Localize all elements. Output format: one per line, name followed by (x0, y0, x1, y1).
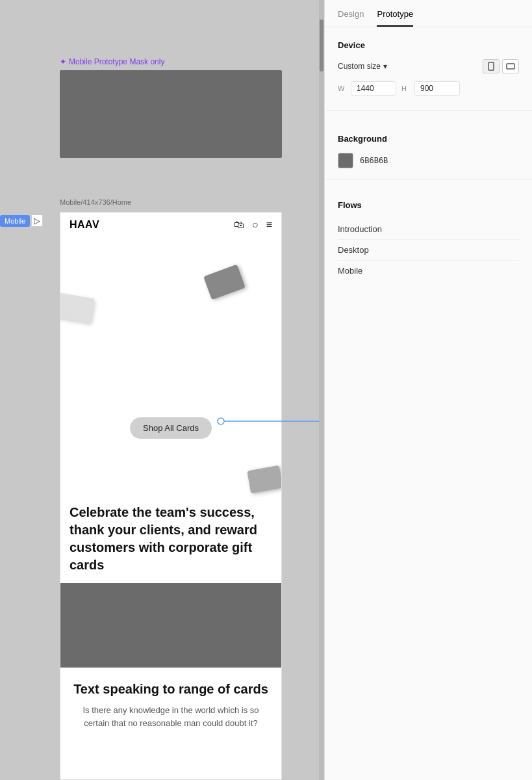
bottom-heading: Text speaking to range of cards (70, 681, 272, 697)
cursor-icon: ▷ (31, 214, 43, 227)
custom-size-label: Custom size (338, 62, 381, 71)
svg-rect-1 (488, 62, 494, 70)
device-row: Custom size ▾ (338, 59, 519, 73)
hero-text-section: Celebrate the team's success, thank your… (60, 497, 281, 583)
menu-icon[interactable]: ≡ (266, 219, 272, 231)
top-frame (60, 70, 282, 158)
search-icon[interactable]: ○ (252, 219, 259, 231)
device-size-select[interactable]: Custom size ▾ (338, 62, 387, 71)
bg-color-swatch[interactable] (338, 153, 353, 168)
bottom-image (60, 583, 281, 668)
hero-card-1 (203, 265, 246, 300)
shop-all-cards-button[interactable]: Shop All Cards (130, 417, 212, 439)
prototype-mask-label: ✦ Mobile Prototype Mask only (60, 57, 164, 66)
tab-prototype[interactable]: Prototype (377, 9, 413, 27)
dimensions-row: W H (338, 81, 519, 96)
bg-hex-value: 6B6B6B (360, 156, 388, 165)
flows-section: Flows Introduction Desktop Mobile (325, 190, 532, 281)
scrollbar-thumb[interactable] (320, 20, 323, 72)
navbar-brand: HAAV (70, 219, 99, 231)
width-input[interactable] (351, 81, 396, 96)
hero-card-2 (60, 293, 95, 324)
frame-label: Mobile/414x736/Home (60, 198, 131, 206)
flow-item-introduction[interactable]: Introduction (338, 219, 519, 240)
portrait-orientation-button[interactable] (483, 59, 500, 73)
bottom-body-text: Is there any knowledge in the world whic… (70, 704, 272, 729)
tab-design[interactable]: Design (338, 9, 364, 27)
bottom-text-section: Text speaking to range of cards Is there… (60, 668, 281, 736)
flow-item-desktop[interactable]: Desktop (338, 240, 519, 261)
device-section: Device Custom size ▾ W H (325, 27, 532, 99)
scrollbar[interactable] (319, 0, 324, 780)
divider-1 (325, 110, 532, 110)
bg-row: 6B6B6B (338, 153, 519, 168)
navbar: HAAV 🛍 ○ ≡ (60, 213, 281, 237)
device-title: Device (338, 40, 519, 50)
svg-rect-2 (507, 64, 514, 69)
flows-title: Flows (338, 200, 519, 210)
hero-section: Shop All Cards (60, 237, 281, 497)
navbar-icons: 🛍 ○ ≡ (234, 219, 272, 231)
mobile-badge-wrap: Mobile ▷ (0, 214, 43, 227)
hero-heading: Celebrate the team's success, thank your… (70, 504, 272, 574)
hero-card-3 (247, 465, 281, 493)
canvas-area: ✦ Mobile Prototype Mask only Mobile/414x… (0, 0, 324, 780)
mobile-badge[interactable]: Mobile (0, 215, 30, 227)
diamond-icon: ✦ (60, 57, 66, 66)
height-label: H (401, 84, 409, 92)
background-title: Background (338, 134, 519, 144)
height-input[interactable] (414, 81, 460, 96)
shop-btn-wrap: Shop All Cards (130, 417, 212, 439)
background-section: Background 6B6B6B (325, 121, 532, 168)
right-panel: Design Prototype Device Custom size ▾ W … (324, 0, 532, 780)
divider-2 (325, 179, 532, 179)
bag-icon[interactable]: 🛍 (234, 219, 244, 231)
mobile-frame: HAAV 🛍 ○ ≡ Shop All Cards Celebrate the … (60, 212, 282, 780)
width-label: W (338, 84, 346, 92)
flow-item-mobile[interactable]: Mobile (338, 261, 519, 281)
landscape-orientation-button[interactable] (502, 59, 519, 73)
panel-tabs: Design Prototype (325, 0, 532, 27)
device-orientation-btns (483, 59, 519, 73)
chevron-down-icon: ▾ (383, 62, 387, 71)
